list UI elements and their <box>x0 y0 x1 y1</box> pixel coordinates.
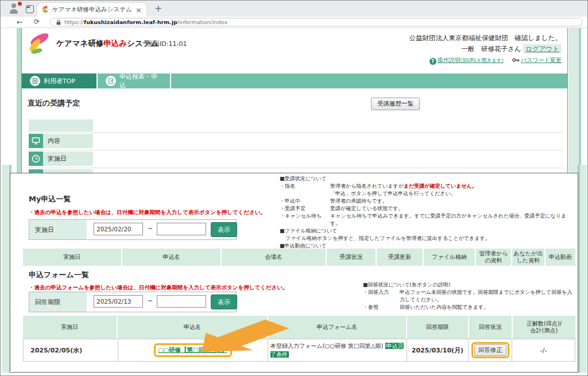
note-text: キャンセル待ちで申込みできます。すでに受講予定の方がキャンセルされた場合、受講予… <box>330 212 576 227</box>
browser-tab-strip: ケアマネ研修申込みシステム × + <box>1 1 587 17</box>
filter-label: 回答期限 <box>29 292 87 312</box>
recent-section-title: 直近の受講予定 <box>28 98 80 108</box>
lock-icon <box>56 20 61 25</box>
date-from-input[interactable] <box>94 223 143 235</box>
url-path: /information/index <box>177 19 227 25</box>
app-title-red: 申込み <box>103 38 127 48</box>
note-label: ・指名 <box>280 183 330 190</box>
browser-toolbar: ← ⟳ https://fukushizaidanform.leaf-hrm.j… <box>1 17 587 28</box>
answer-edit-button[interactable]: 回答修正 <box>474 344 506 356</box>
document-icon <box>30 76 40 86</box>
cell-score: -/- <box>512 339 575 361</box>
notification-dot <box>18 2 22 6</box>
history-list-button[interactable]: 受講履歴一覧 <box>371 98 420 110</box>
table-row: 内容 <box>28 133 563 150</box>
address-bar[interactable]: https://fukushizaidanform.leaf-hrm.jp/in… <box>50 18 583 26</box>
show-button[interactable]: 表示 <box>211 294 237 309</box>
note-text: 受講が確定している状態です。 <box>330 205 403 212</box>
form-list-title: 申込フォーム一覧 <box>29 270 89 280</box>
back-icon[interactable]: ← <box>17 18 23 26</box>
column-header: 申込動画 <box>546 249 575 266</box>
tab-user-top-label: 利用者TOP <box>44 77 75 86</box>
table-row: 実施日 <box>28 150 563 168</box>
date-to-input[interactable] <box>157 223 206 235</box>
org-confirm-text: 公益財団法人東京都福祉保健財団 確認しました。 <box>409 33 562 44</box>
new-tab-button[interactable]: + <box>154 3 162 14</box>
my-list-note: ・過去の申込を参照したい場合は、日付欄に対象期間を入力して表示ボタンを押してくだ… <box>29 209 266 216</box>
tab-switcher-icon[interactable] <box>26 5 34 13</box>
cell-application-name: ○○研修【第□回第△期】 <box>118 339 268 361</box>
row-label-content: 内容 <box>43 134 93 148</box>
app-logo <box>28 34 53 57</box>
profile-head-shape <box>11 3 16 8</box>
form-list-table-row: 2025/02/05(水) ○○研修【第□回第△期】 本登録入力フォーム(○○研… <box>23 339 575 362</box>
site-favicon-icon <box>42 6 49 13</box>
user-name: 一般 研修花子さん <box>461 45 521 53</box>
form-list-table-header: 実施日 申込名 申込フォーム名 回答期限 回答状況 正解数(得点)/合計(満点) <box>23 316 575 339</box>
column-header: 実施日 <box>23 316 118 339</box>
deadline-from-input[interactable] <box>94 295 143 308</box>
tab-application-search[interactable]: 申込検索・申込 <box>96 73 171 88</box>
note-text: 管理者の承認待ちです。 <box>330 197 388 205</box>
note-text: 回答いただいた内容を閲覧できます。 <box>400 304 489 311</box>
tab-user-top[interactable]: 利用者TOP <box>22 73 96 88</box>
column-header: 受講更新 <box>377 249 424 266</box>
column-header: 管理者からの資料 <box>476 249 512 266</box>
cell-form-name: 本登録入力フォーム(○○研修 第□回第△期) 申込完了条件 <box>268 339 407 361</box>
help-icon: ? <box>430 58 436 65</box>
column-header: 正解数(得点)/合計(満点) <box>513 316 575 339</box>
deadline-to-input[interactable] <box>157 295 206 308</box>
tilde-separator: ~ <box>148 297 153 305</box>
browser-tab[interactable]: ケアマネ研修申込みシステム × <box>37 2 147 17</box>
column-header: 申込フォーム名 <box>268 316 407 339</box>
form-list-filter: 回答期限 ~ 表示 <box>29 292 237 312</box>
browser-profile-icon[interactable] <box>8 3 20 14</box>
form-name-text: 本登録入力フォーム(○○研修 第□回第△期) <box>270 343 385 349</box>
monitor-icon <box>29 134 43 148</box>
note-text: 管理者から指名されていますがまだ受講が確定していません。 <box>330 183 477 190</box>
answer-notes: ■回答状況について(各ボタンの説明) ・回答入力申込フォーム未回答の状態です。回… <box>363 281 577 311</box>
overlay-panel: My申込一覧 ・過去の申込を参照したい場合は、日付欄に対象期間を入力して表示ボタ… <box>10 173 578 373</box>
screen-id: 画面ID:11-01 <box>147 40 187 48</box>
column-header: 実施日 <box>23 249 122 266</box>
browser-window: ケアマネ研修申込みシステム × + ← ⟳ https://fukushizai… <box>0 0 588 376</box>
page-tab-bar: 利用者TOP 申込検索・申込 <box>22 73 567 88</box>
tilde-separator: ~ <box>148 225 153 232</box>
column-header: 申込名 <box>122 249 222 266</box>
app-title: ケアマネ研修申込みシステム <box>56 38 158 49</box>
left-green-strip-top <box>17 28 21 176</box>
answer-notes-heading: ■回答状況について(各ボタンの説明) <box>363 281 577 289</box>
column-header: 回答期限 <box>407 316 469 339</box>
page-body: ケアマネ研修申込みシステム 画面ID:11-01 公益財団法人東京都福祉保健財団… <box>1 28 587 375</box>
refresh-icon[interactable]: ⟳ <box>34 18 40 26</box>
logout-link[interactable]: ログアウト <box>523 44 562 53</box>
form-list-note: ・過去の申込フォームを参照したい場合は、日付欄に対象期間を入力して表示ボタンを押… <box>29 284 288 292</box>
note-label: ・回答入力 <box>363 289 400 304</box>
tab-close-icon[interactable]: × <box>136 6 142 14</box>
column-header: 回答状況 <box>469 316 513 339</box>
application-name-link[interactable]: ○○研修【第□回第△期】 <box>158 346 227 353</box>
password-change-link[interactable]: パスワード変更 <box>521 57 562 63</box>
note-label: ・キャンセル待ち <box>280 212 330 227</box>
profile-torso-shape <box>10 9 18 14</box>
help-link-suffix[interactable]: (別URLを開きます) <box>461 57 504 63</box>
key-icon <box>512 57 520 63</box>
clock-icon <box>29 152 43 166</box>
column-header: 受講状況 <box>327 249 377 266</box>
status-notes-heading: ■受講状況について <box>280 175 576 183</box>
note-text: 申込フォーム未回答の状態です。回答期限までにボタンを押して回答を入力してください… <box>400 289 577 304</box>
left-green-strip-bottom <box>2 165 9 373</box>
url-text: https://fukushizaidanform.leaf-hrm.jp/in… <box>64 19 227 25</box>
filter-label: 実施日 <box>29 220 87 239</box>
file-notes-heading: ■ファイル格納について <box>280 227 576 235</box>
my-list-table-header: 実施日 申込名 会場名 受講状況 受講更新 ファイル格納 管理者からの資料 あな… <box>23 249 575 266</box>
note-text: 「申込」ボタンを押して申込申込を行ってください。 <box>330 190 576 197</box>
help-link[interactable]: 操作説明 <box>438 57 461 63</box>
right-green-strip-top <box>568 28 579 176</box>
highlight-box: 回答修正 <box>471 342 509 358</box>
show-button[interactable]: 表示 <box>211 222 237 237</box>
my-list-filter: 実施日 ~ 表示 <box>29 219 237 240</box>
url-domain: fukushizaidanform.leaf-hrm.jp <box>84 19 177 25</box>
my-list-title: My申込一覧 <box>29 194 71 204</box>
highlight-box: ○○研修【第□回第△期】 <box>154 343 232 357</box>
